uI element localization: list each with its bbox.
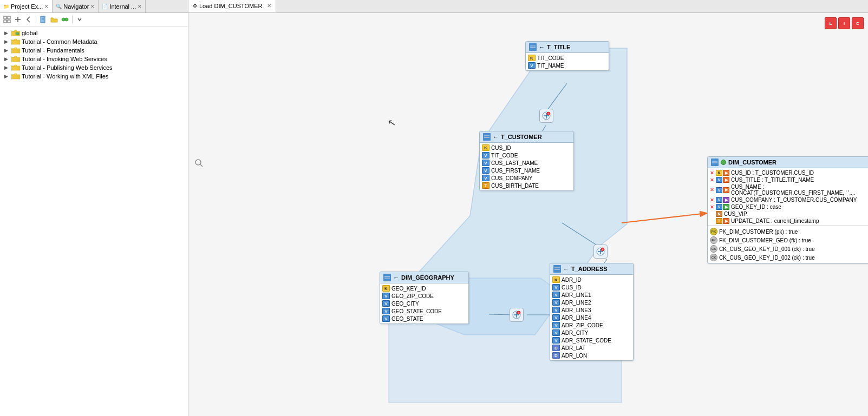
mini-v-icon-cus-title: V <box>716 177 722 183</box>
dim-customer-col-update-date: ✕ T ▶ UPDATE_DATE : current_timestamp <box>708 217 868 224</box>
col-icon-varchar-adr-line2: V <box>552 299 560 306</box>
tab-load-dim-customer[interactable]: ⚙ Load DIM_CUSTOMER ✕ <box>188 0 276 12</box>
expand-invoking-web-services[interactable]: ▶ <box>2 56 10 62</box>
col-icons-cus-id: K ▶ <box>716 170 729 176</box>
folder-icon-publishing-web-services <box>11 64 20 71</box>
expand-all-button[interactable] <box>13 15 23 24</box>
expand-common-metadata[interactable]: ▶ <box>2 39 10 44</box>
output-node-dim-customer[interactable]: DIM_CUSTOMER ✕ K ▶ CUS_ID : T_CUSTOMER.C… <box>707 156 868 263</box>
table-dim-geography-header: ← DIM_GEOGRAPHY <box>380 272 468 283</box>
col-icon-date-birth-date: T <box>482 182 490 189</box>
top-right-toolbar: L I C <box>825 17 864 29</box>
t-title-col-tit-code: K TIT_CODE <box>526 54 609 62</box>
tab-project-explorer-close[interactable]: ✕ <box>44 4 49 9</box>
tree-label-fundamentals: Tutorial - Fundamentals <box>22 47 84 54</box>
expand-working-xml-files[interactable]: ▶ <box>2 74 10 79</box>
expand-fundamentals[interactable]: ▶ <box>2 48 10 53</box>
table-t-customer[interactable]: ← T_CUSTOMER K CUS_ID V TIT_CODE V CUS_L… <box>479 131 574 191</box>
tree-item-working-xml-files[interactable]: ▶ Tutorial - Working with XML Files <box>0 72 188 81</box>
col-icon-varchar-geo-zip: V <box>382 293 390 299</box>
mandatory-marker-2: ✕ <box>710 177 714 183</box>
dim-customer-col-cus-title: ✕ V ▶ CUS_TITLE : T_TITLE.TIT_NAME <box>708 176 868 183</box>
table-t-title-header: ← T_TITLE <box>526 42 609 53</box>
tab-navigator-close[interactable]: ✕ <box>90 4 95 9</box>
arrow-to-dim-customer <box>622 213 707 223</box>
col-icon-key-geo-key-id: K <box>382 285 390 292</box>
col-icon-varchar-adr-zip: V <box>552 322 560 328</box>
tree-item-publishing-web-services[interactable]: ▶ Tutorial - Publishing Web Services <box>0 63 188 72</box>
col-name-geo-zip: GEO_ZIP_CODE <box>391 293 434 299</box>
t-address-col-adr-zip: V ADR_ZIP_CODE <box>550 321 633 329</box>
tab-load-dim-customer-close[interactable]: ✕ <box>267 3 271 9</box>
col-icon-varchar-adr-line4: V <box>552 314 560 321</box>
fk-icon-dim-customer: FK <box>710 236 717 244</box>
pk-icon-dim-customer: PK <box>710 228 717 235</box>
dropdown-button[interactable] <box>75 15 84 24</box>
canvas-area[interactable]: ↖ ← T_TITLE K TIT_CODE V <box>188 13 868 416</box>
svg-text:+: + <box>518 311 520 314</box>
mini-v-icon-geo-key-id: V <box>716 204 722 210</box>
tree-item-fundamentals[interactable]: ▶ Tutorial - Fundamentals <box>0 46 188 55</box>
col-name-first-name: CUS_FIRST_NAME <box>491 168 540 174</box>
col-icons-cus-company: V ▶ <box>716 197 729 203</box>
t-customer-name: T_CUSTOMER <box>501 134 542 140</box>
t-address-col-adr-city: V ADR_CITY <box>550 329 633 336</box>
col-icons-cus-name: V ▶ <box>716 187 729 193</box>
expand-publishing-web-services[interactable]: ▶ <box>2 65 10 70</box>
t-address-columns: K ADR_ID V CUS_ID V ADR_LINE1 V ADR_LINE… <box>550 275 633 360</box>
col-name-geo-state: GEO_STATE <box>391 316 423 322</box>
new-project-button[interactable] <box>38 15 48 24</box>
open-button[interactable] <box>49 15 59 24</box>
toolbar-sep-2 <box>72 16 73 23</box>
svg-rect-35 <box>384 275 390 280</box>
tab-project-explorer[interactable]: 📁 Project Ex... ✕ <box>0 0 53 12</box>
mini-v-icon-cus-company: V <box>716 197 722 203</box>
tab-internal-close[interactable]: ✕ <box>138 4 142 9</box>
col-name-adr-line4: ADR_LINE4 <box>562 315 591 321</box>
table-t-address[interactable]: ← T_ADDRESS K ADR_ID V CUS_ID V ADR_LINE… <box>550 263 634 361</box>
connector-join-1[interactable]: + <box>539 109 553 123</box>
dim-customer-col-cus-id: ✕ K ▶ CUS_ID : T_CUSTOMER.CUS_ID <box>708 169 868 176</box>
connector-join-2[interactable]: + <box>593 245 608 259</box>
col-text-cus-id: CUS_ID : T_CUSTOMER.CUS_ID <box>731 170 814 176</box>
tree-item-invoking-web-services[interactable]: ▶ Tutorial - Invoking Web Services <box>0 55 188 63</box>
dim-geography-prefix: ← <box>393 274 399 281</box>
col-icon-varchar-first-name: V <box>482 167 490 174</box>
table-icon-dim-geography <box>383 274 391 281</box>
t-customer-prefix: ← <box>493 134 499 140</box>
back-button[interactable] <box>24 15 34 24</box>
canvas-search-icon[interactable] <box>194 158 205 169</box>
collapse-all-button[interactable] <box>2 15 12 24</box>
spacer-5: ✕ <box>710 212 714 217</box>
connector-join-3[interactable]: + <box>510 308 524 322</box>
dim-customer-constraint-pk: PK PK_DIM_CUSTOMER (pk) : true <box>708 227 868 236</box>
connect-button[interactable] <box>60 15 70 24</box>
toolbar-cus-button[interactable]: C <box>852 17 864 29</box>
svg-point-14 <box>195 160 201 165</box>
svg-rect-16 <box>530 44 536 50</box>
col-name-adr-city: ADR_CITY <box>562 330 588 336</box>
constraint-fk-text: FK_DIM_CUSTOMER_GEO (fk) : true <box>719 237 811 243</box>
col-name-company: CUS_COMPANY <box>491 175 533 181</box>
app-container: 📁 Project Ex... ✕ 🔍 Navigator ✕ 📄 Intern… <box>0 0 868 416</box>
line-customer-join2 <box>562 223 600 247</box>
tree-label-publishing-web-services: Tutorial - Publishing Web Services <box>22 64 113 71</box>
col-icon-varchar-tc-tit-code: V <box>482 152 490 159</box>
col-icon-varchar-geo-state: V <box>382 315 390 322</box>
toolbar-load-button[interactable]: L <box>825 17 837 29</box>
svg-rect-2 <box>4 20 6 23</box>
t-address-col-adr-line2: V ADR_LINE2 <box>550 299 633 306</box>
t-customer-col-tit-code: V TIT_CODE <box>480 151 573 159</box>
expand-global[interactable]: ▶ <box>2 30 10 36</box>
tab-load-dim-customer-label: Load DIM_CUSTOMER <box>199 3 263 9</box>
left-panel: ▶ global ▶ Tutorial - Common Metadata ▶ … <box>0 13 188 416</box>
tab-internal[interactable]: 📄 Internal ... ✕ <box>99 0 146 12</box>
toolbar-into-button[interactable]: I <box>838 17 850 29</box>
table-dim-geography[interactable]: ← DIM_GEOGRAPHY K GEO_KEY_ID V GEO_ZIP_C… <box>380 272 469 324</box>
tree-item-global[interactable]: ▶ global <box>0 29 188 37</box>
table-t-title[interactable]: ← T_TITLE K TIT_CODE V TIT_NAME <box>525 41 609 71</box>
main-layout: ▶ global ▶ Tutorial - Common Metadata ▶ … <box>0 13 868 416</box>
tab-navigator[interactable]: 🔍 Navigator ✕ <box>53 0 99 12</box>
svg-text:+: + <box>548 112 550 115</box>
tree-item-common-metadata[interactable]: ▶ Tutorial - Common Metadata <box>0 37 188 46</box>
